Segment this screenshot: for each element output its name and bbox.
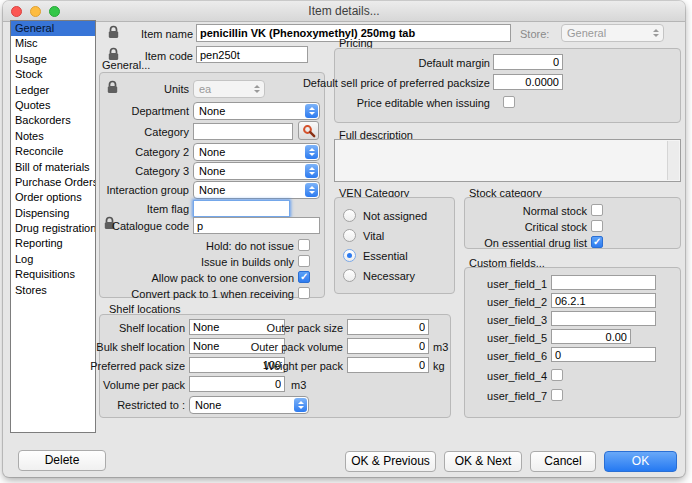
ven-vital-label: Vital [363, 230, 448, 242]
price-editable-checkbox[interactable] [503, 96, 515, 108]
ven-vital-radio[interactable] [343, 229, 356, 242]
delete-button[interactable]: Delete [18, 450, 106, 471]
user-field-7-checkbox[interactable] [551, 389, 563, 401]
user-field-6-input[interactable] [551, 347, 656, 362]
sidebar-item-quotes[interactable]: Quotes [11, 98, 95, 113]
interaction-group-dropdown[interactable]: None [193, 181, 320, 199]
user-field-3-label: user_field_3 [447, 314, 547, 326]
user-field-1-label: user_field_1 [447, 278, 547, 290]
weight-unit-label: kg [433, 360, 445, 372]
bulk-shelf-location-label: Bulk shelf location [43, 341, 185, 353]
stepper-icon [649, 26, 662, 40]
ven-essential-label: Essential [363, 250, 448, 262]
convert-pack-label: Convert pack to 1 when receiving [99, 288, 294, 300]
outer-pack-size-label: Outer pack size [233, 322, 343, 334]
stepper-icon [305, 164, 318, 178]
on-essential-drug-list-checkbox[interactable] [591, 236, 603, 248]
ven-not-assigned-label: Not assigned [363, 210, 448, 222]
units-label: Units [113, 83, 189, 95]
sidebar-item-bill-of-materials[interactable]: Bill of materials [11, 160, 95, 175]
ven-necessary-radio[interactable] [343, 269, 356, 282]
user-field-6-label: user_field_6 [447, 350, 547, 362]
sell-price-input[interactable] [493, 74, 563, 90]
ok-previous-button[interactable]: OK & Previous [345, 451, 436, 472]
sidebar-item-notes[interactable]: Notes [11, 129, 95, 144]
user-field-1-input[interactable] [551, 275, 656, 290]
sidebar-item-log[interactable]: Log [11, 252, 95, 267]
sidebar-item-usage[interactable]: Usage [11, 52, 95, 67]
weight-per-pack-label: Weight per pack [233, 360, 343, 372]
sidebar-item-requisitions[interactable]: Requisitions [11, 267, 95, 282]
user-field-5-input[interactable] [551, 329, 631, 344]
item-details-window: Item details... General Misc Usage Stock… [3, 1, 685, 477]
user-field-3-input[interactable] [551, 311, 656, 326]
issue-in-builds-only-checkbox[interactable] [298, 255, 310, 267]
item-flag-input[interactable] [193, 200, 290, 217]
ven-necessary-label: Necessary [363, 270, 448, 282]
convert-pack-checkbox[interactable] [298, 287, 310, 299]
category3-dropdown[interactable]: None [193, 162, 320, 180]
ok-button[interactable]: OK [604, 451, 677, 472]
window-title: Item details... [3, 4, 685, 18]
ven-not-assigned-radio[interactable] [343, 209, 356, 222]
issue-in-builds-only-label: Issue in builds only [99, 256, 294, 268]
user-field-5-label: user_field_5 [447, 332, 547, 344]
volume-unit-label: m3 [291, 379, 306, 391]
sidebar-item-general[interactable]: General [11, 21, 95, 36]
category2-dropdown[interactable]: None [193, 143, 320, 161]
sidebar-item-ledger[interactable]: Ledger [11, 83, 95, 98]
default-margin-input[interactable] [493, 54, 563, 70]
sidebar-item-misc[interactable]: Misc [11, 36, 95, 51]
stepper-icon [250, 82, 263, 96]
sidebar-item-reporting[interactable]: Reporting [11, 236, 95, 251]
allow-pack-to-one-conversion-checkbox[interactable] [298, 271, 310, 283]
hold-do-not-issue-label: Hold: do not issue [99, 240, 294, 252]
shelf-location-label: Shelf location [43, 322, 185, 334]
sell-price-label: Default sell price of preferred packsize [290, 77, 490, 89]
critical-stock-label: Critical stock [447, 221, 587, 233]
general-section-title: General... [102, 59, 150, 71]
sidebar-item-backorders[interactable]: Backorders [11, 113, 95, 128]
user-field-4-label: user_field_4 [447, 370, 547, 382]
item-flag-label: Item flag [99, 203, 189, 215]
volume-per-pack-label: Volume per pack [43, 379, 185, 391]
category-label: Category [99, 126, 189, 138]
price-editable-label: Price editable when issuing [290, 97, 490, 109]
scrollbar[interactable] [667, 141, 679, 180]
restricted-to-label: Restricted to : [43, 399, 185, 411]
sidebar-item-drug-registration[interactable]: Drug registration [11, 221, 95, 236]
sidebar-item-stores[interactable]: Stores [11, 283, 95, 298]
volume-per-pack-input[interactable] [189, 376, 285, 392]
full-description-textarea[interactable] [334, 139, 681, 182]
stepper-icon [294, 398, 307, 412]
sidebar-item-stock[interactable]: Stock [11, 67, 95, 82]
sidebar-item-purchase-orders[interactable]: Purchase Orders [11, 175, 95, 190]
outer-pack-size-input[interactable] [347, 319, 429, 335]
sidebar-item-dispensing[interactable]: Dispensing [11, 206, 95, 221]
sidebar-item-order-options[interactable]: Order options [11, 190, 95, 205]
restricted-to-dropdown[interactable]: None [189, 396, 309, 414]
ven-essential-radio[interactable] [343, 249, 356, 262]
store-label: Store: [520, 28, 560, 40]
sidebar-item-reconcile[interactable]: Reconcile [11, 144, 95, 159]
allow-pack-to-one-conversion-label: Allow pack to one conversion [99, 272, 294, 284]
hold-do-not-issue-checkbox[interactable] [298, 239, 310, 251]
units-dropdown[interactable]: ea [193, 80, 265, 98]
title-bar[interactable]: Item details... [3, 1, 685, 22]
store-dropdown[interactable]: General [561, 24, 664, 42]
ok-next-button[interactable]: OK & Next [444, 451, 522, 472]
magnifier-icon [302, 124, 316, 138]
catalogue-code-input[interactable] [193, 217, 320, 234]
critical-stock-checkbox[interactable] [591, 220, 603, 232]
user-field-4-checkbox[interactable] [551, 369, 563, 381]
weight-per-pack-input[interactable] [347, 357, 429, 373]
outer-pack-volume-input[interactable] [347, 338, 429, 354]
category-input[interactable] [193, 123, 293, 140]
normal-stock-checkbox[interactable] [591, 204, 603, 216]
category2-label: Category 2 [99, 146, 189, 158]
user-field-2-input[interactable] [551, 293, 656, 308]
category-search-button[interactable] [298, 121, 319, 140]
cancel-button[interactable]: Cancel [530, 451, 596, 472]
default-margin-label: Default margin [290, 57, 490, 69]
on-essential-drug-list-label: On essential drug list [447, 237, 587, 249]
